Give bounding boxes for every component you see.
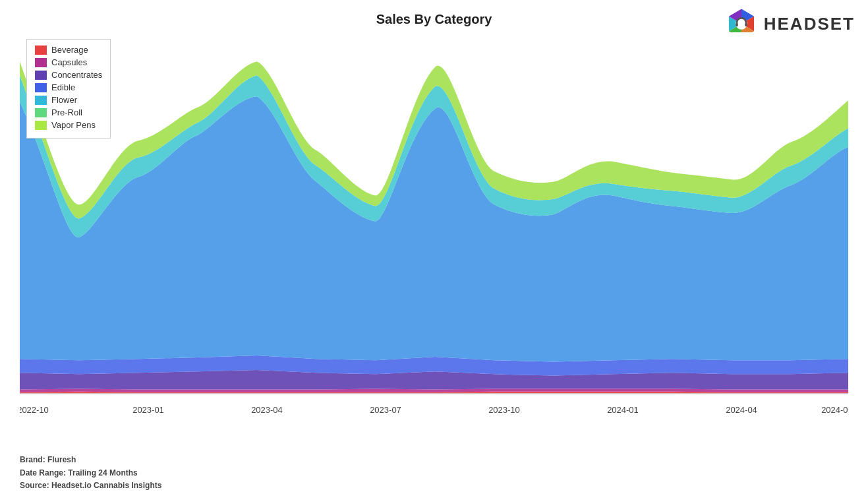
legend-label-flower: Flower <box>51 95 77 105</box>
chart-svg: 2022-10 2023-01 2023-04 2023-07 2023-10 … <box>20 32 848 421</box>
chart-legend: Beverage Capsules Concentrates Edible Fl… <box>26 39 111 138</box>
legend-item-edible: Edible <box>35 82 102 92</box>
legend-color-capsules <box>35 58 47 67</box>
main-container: Sales By Category HEADSET <box>0 0 868 492</box>
legend-item-beverage: Beverage <box>35 45 102 55</box>
legend-item-vapor-pens: Vapor Pens <box>35 120 102 130</box>
legend-item-capsules: Capsules <box>35 57 102 67</box>
footer-brand: Brand: Fluresh <box>20 454 161 466</box>
svg-text:2023-04: 2023-04 <box>251 405 283 415</box>
footer-brand-label: Brand: <box>20 455 45 464</box>
svg-text:2024-04: 2024-04 <box>726 405 757 415</box>
legend-label-edible: Edible <box>51 82 75 92</box>
footer-source: Source: Headset.io Cannabis Insights <box>20 479 161 492</box>
footer-date-range: Date Range: Trailing 24 Months <box>20 467 161 479</box>
legend-color-edible <box>35 83 47 92</box>
legend-color-beverage <box>35 46 47 55</box>
legend-label-preroll: Pre-Roll <box>51 108 82 117</box>
legend-color-flower <box>35 96 47 105</box>
legend-color-vapor-pens <box>35 121 47 130</box>
svg-text:2024-07: 2024-07 <box>821 405 848 415</box>
footer-date-range-label: Date Range: <box>20 468 66 477</box>
svg-text:2022-10: 2022-10 <box>20 405 49 415</box>
footer-source-value: Headset.io Cannabis Insights <box>51 481 161 490</box>
chart-area: Beverage Capsules Concentrates Edible Fl… <box>20 32 848 421</box>
footer-brand-value: Fluresh <box>47 455 76 464</box>
svg-rect-2 <box>736 23 738 26</box>
svg-text:2023-10: 2023-10 <box>488 405 520 415</box>
svg-rect-3 <box>745 23 747 26</box>
legend-label-beverage: Beverage <box>51 45 88 55</box>
legend-color-preroll <box>35 108 47 117</box>
legend-label-capsules: Capsules <box>51 57 87 67</box>
footer-source-label: Source: <box>20 481 49 490</box>
footer-date-range-value: Trailing 24 Months <box>68 468 137 477</box>
legend-item-concentrates: Concentrates <box>35 70 102 80</box>
svg-text:2023-07: 2023-07 <box>370 405 401 415</box>
logo-text: HEADSET <box>764 14 855 34</box>
legend-item-flower: Flower <box>35 95 102 105</box>
svg-text:2023-01: 2023-01 <box>132 405 164 415</box>
legend-color-concentrates <box>35 71 47 80</box>
legend-label-vapor-pens: Vapor Pens <box>51 120 96 130</box>
legend-item-preroll: Pre-Roll <box>35 108 102 117</box>
legend-label-concentrates: Concentrates <box>51 70 102 80</box>
footer-info: Brand: Fluresh Date Range: Trailing 24 M… <box>20 454 161 492</box>
svg-text:2024-01: 2024-01 <box>607 405 639 415</box>
